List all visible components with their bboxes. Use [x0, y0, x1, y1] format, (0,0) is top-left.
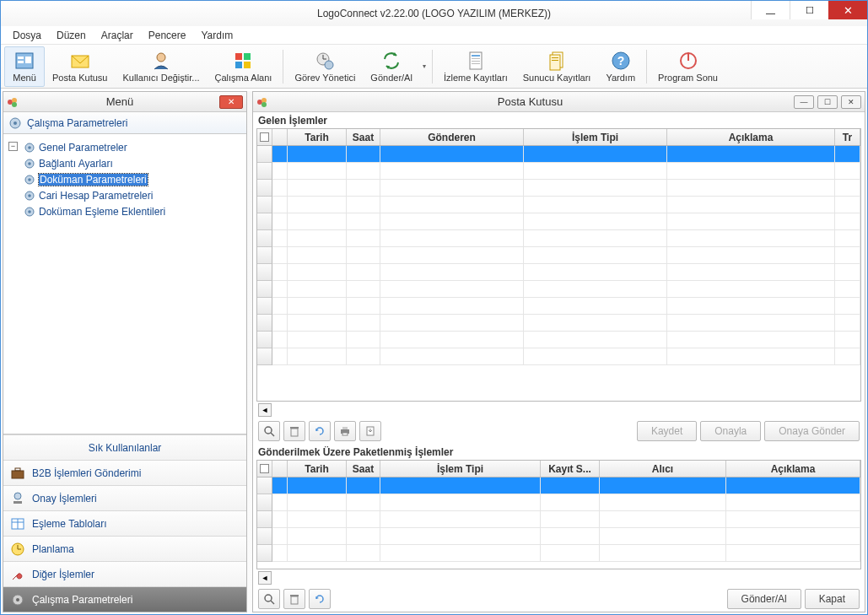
select-all-checkbox[interactable] [260, 132, 269, 142]
refresh-button[interactable] [309, 421, 331, 441]
tool-server-log[interactable]: Sunucu Kayıtları [515, 46, 599, 87]
col-tr[interactable]: Tr [835, 129, 860, 145]
tree-toggle[interactable]: − [8, 142, 18, 151]
approve-button[interactable]: Onayla [700, 421, 761, 441]
nav-settings[interactable]: Çalışma Parametreleri [3, 586, 246, 612]
mailbox-close[interactable]: ✕ [841, 95, 861, 109]
nav-approval[interactable]: Onay İşlemleri [3, 485, 246, 510]
send-receive-button[interactable]: Gönder/Al [727, 589, 801, 609]
col-gonderen[interactable]: Gönderen [380, 129, 524, 145]
col-tarih[interactable]: Tarih [288, 461, 347, 477]
table-row[interactable] [257, 477, 860, 494]
menu-edit[interactable]: Düzen [50, 28, 93, 43]
outgoing-grid[interactable]: Tarih Saat İşlem Tipi Kayıt S... Alıcı A… [256, 460, 861, 569]
user-icon [151, 51, 171, 71]
col-icon[interactable] [272, 129, 288, 145]
tree-node[interactable]: Genel Parametreler [22, 140, 243, 155]
tool-mailbox[interactable]: Posta Kutusu [45, 46, 115, 87]
tree-node[interactable]: Bağlantı Ayarları [22, 156, 243, 171]
col-icon[interactable] [272, 461, 288, 477]
search-button[interactable] [258, 421, 280, 441]
tool-task-manager[interactable]: Görev Yönetici [287, 46, 363, 87]
grid-icon [233, 51, 253, 71]
tree-node-label: Cari Hesap Parametreleri [39, 190, 153, 202]
close-mailbox-button[interactable]: Kapat [805, 589, 860, 609]
select-all-checkbox[interactable] [260, 464, 269, 473]
scroll-left-button[interactable]: ◄ [258, 403, 272, 417]
table-row[interactable] [257, 230, 860, 247]
tool-help[interactable]: ? Yardım [598, 46, 643, 87]
tool-switch-user[interactable]: Kullanıcı Değiştir... [115, 46, 207, 87]
table-row[interactable] [257, 264, 860, 281]
col-aciklama[interactable]: Açıklama [726, 461, 860, 477]
print-button[interactable] [334, 421, 356, 441]
nav-other[interactable]: Diğer İşlemler [3, 561, 246, 586]
nav-planning[interactable]: Planlama [3, 536, 246, 561]
table-row[interactable] [257, 545, 860, 562]
delete-button[interactable] [283, 589, 305, 609]
table-row[interactable] [257, 180, 860, 197]
tool-workspace[interactable]: Çalışma Alanı [208, 46, 280, 87]
table-row[interactable] [257, 298, 860, 315]
col-saat[interactable]: Saat [347, 129, 380, 145]
mailbox-minimize[interactable]: — [794, 95, 814, 109]
maximize-button[interactable] [790, 1, 828, 19]
table-row[interactable] [257, 281, 860, 298]
minimize-button[interactable] [751, 1, 790, 19]
menu-help[interactable]: Yardım [194, 28, 240, 43]
nav-mapping[interactable]: Eşleme Tabloları [3, 510, 246, 536]
menu-file[interactable]: Dosya [6, 28, 48, 43]
menu-category-header[interactable]: Çalışma Parametreleri [3, 112, 246, 134]
export-icon [364, 425, 376, 437]
menu-tools[interactable]: Araçlar [94, 28, 140, 43]
col-alici[interactable]: Alıcı [600, 461, 726, 477]
table-row[interactable] [257, 163, 860, 180]
table-row[interactable] [257, 197, 860, 213]
refresh-icon [314, 593, 326, 605]
table-row[interactable] [257, 315, 860, 332]
table-row[interactable] [257, 348, 860, 365]
menu-window[interactable]: Pencere [142, 28, 193, 43]
table-row[interactable] [257, 247, 860, 264]
tool-send-receive-dropdown[interactable]: ▾ [420, 46, 429, 87]
search-button[interactable] [258, 589, 280, 609]
tool-send-receive[interactable]: Gönder/Al [363, 46, 420, 87]
table-row[interactable] [257, 528, 860, 545]
send-approval-button[interactable]: Onaya Gönder [764, 421, 860, 441]
refresh-button[interactable] [309, 589, 331, 609]
tree-node[interactable]: Doküman Parametreleri [22, 172, 243, 187]
col-tip[interactable]: İşlem Tipi [524, 129, 667, 145]
tool-exit[interactable]: Program Sonu [650, 46, 725, 87]
table-row[interactable] [257, 332, 860, 348]
delete-button[interactable] [283, 421, 305, 441]
scroll-track[interactable] [275, 571, 860, 585]
menu-panel-close[interactable] [219, 95, 243, 109]
save-button[interactable]: Kaydet [637, 421, 697, 441]
toolbar-separator [283, 50, 283, 84]
incoming-grid[interactable]: Tarih Saat Gönderen İşlem Tipi Açıklama … [256, 128, 861, 402]
scroll-left-button[interactable]: ◄ [258, 571, 272, 585]
col-kayit[interactable]: Kayıt S... [541, 461, 600, 477]
scroll-track[interactable] [275, 403, 860, 417]
col-aciklama[interactable]: Açıklama [667, 129, 835, 145]
nav-b2b[interactable]: B2B İşlemleri Gönderimi [3, 460, 246, 485]
export-button[interactable] [359, 421, 381, 441]
search-icon [263, 593, 275, 605]
table-row[interactable] [257, 213, 860, 230]
tree-node[interactable]: Doküman Eşleme Eklentileri [22, 204, 243, 219]
table-row[interactable] [257, 494, 860, 511]
tree-node[interactable]: Cari Hesap Parametreleri [22, 188, 243, 203]
close-button[interactable] [828, 1, 867, 19]
table-row[interactable] [257, 511, 860, 528]
mailbox-maximize[interactable]: ☐ [817, 95, 838, 109]
col-saat[interactable]: Saat [347, 461, 380, 477]
nav-favorites[interactable]: Sık Kullanılanlar [3, 434, 246, 460]
svg-point-31 [28, 146, 31, 149]
svg-line-54 [271, 433, 274, 436]
tool-trace-log[interactable]: İzleme Kayıtları [436, 46, 515, 87]
svg-point-53 [265, 427, 272, 434]
col-tip[interactable]: İşlem Tipi [380, 461, 541, 477]
table-row[interactable] [257, 146, 860, 163]
col-tarih[interactable]: Tarih [288, 129, 347, 145]
tool-menu[interactable]: Menü [4, 46, 45, 87]
